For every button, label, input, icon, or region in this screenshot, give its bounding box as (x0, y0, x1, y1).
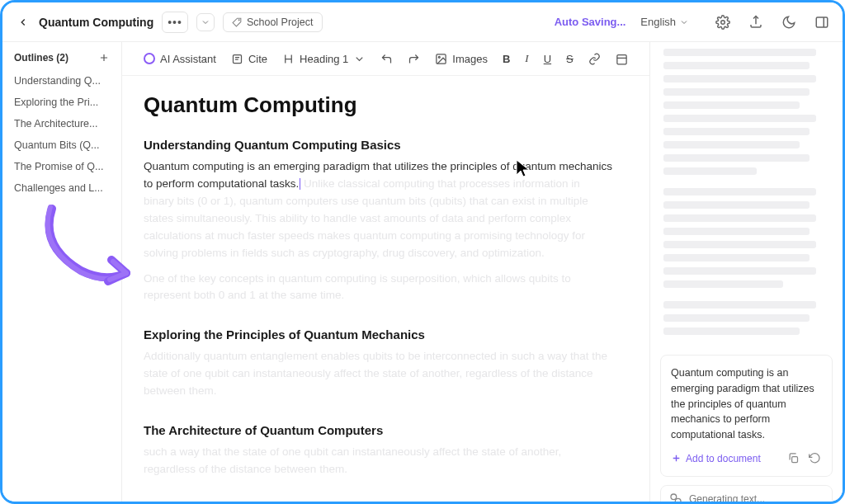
ai-suggestion-text: Quantum computing is an emerging paradig… (671, 365, 822, 443)
heading-selector[interactable]: Heading 1 (282, 53, 366, 65)
tag-icon (232, 16, 243, 27)
ai-suggestion-card: Quantum computing is an emerging paradig… (660, 355, 833, 477)
cite-label: Cite (248, 53, 267, 65)
doc-dropdown-button[interactable] (196, 13, 215, 31)
ghost-suggestion: such a way that the state of one qubit c… (144, 444, 613, 478)
back-icon[interactable] (16, 15, 31, 30)
add-to-document-button[interactable]: Add to document (671, 451, 761, 466)
link-icon (588, 53, 601, 65)
link-button[interactable] (588, 53, 601, 65)
language-label: English (640, 16, 676, 28)
chevron-down-icon (679, 17, 689, 27)
image-icon (435, 53, 447, 65)
panel-icon[interactable] (814, 15, 829, 30)
chevron-down-icon (353, 53, 366, 65)
copy-button[interactable] (787, 452, 800, 465)
svg-point-21 (675, 498, 681, 502)
share-icon[interactable] (748, 15, 763, 30)
add-to-document-label: Add to document (686, 451, 761, 466)
redo-button[interactable] (408, 53, 420, 65)
svg-rect-15 (617, 54, 626, 64)
page-title: Quantum Computing (144, 92, 613, 118)
ghost-suggestion: One of the key concepts in quantum compu… (144, 271, 613, 305)
add-outline-button[interactable] (98, 52, 110, 64)
ellipsis-icon: ••• (168, 16, 182, 29)
moon-icon[interactable] (781, 15, 796, 30)
doc-menu-button[interactable]: ••• (162, 12, 188, 33)
ai-assistant-label: AI Assistant (160, 53, 216, 65)
section-heading[interactable]: Exploring the Principles of Quantum Mech… (144, 327, 613, 341)
plus-icon (671, 453, 682, 464)
generating-label: Generating text... (689, 493, 765, 502)
calendar-button[interactable] (616, 53, 628, 65)
language-selector[interactable]: English (640, 16, 689, 28)
svg-rect-3 (816, 17, 828, 27)
strikethrough-button[interactable]: S (566, 53, 574, 65)
svg-point-20 (671, 494, 677, 500)
outline-item[interactable]: The Architecture... (9, 113, 115, 134)
cite-button[interactable]: Cite (231, 53, 267, 65)
auto-saving-status: Auto Saving... (555, 16, 626, 28)
document-title: Quantum Computing (39, 16, 153, 29)
section-heading[interactable]: Understanding Quantum Computing Basics (144, 138, 613, 152)
underline-button[interactable]: U (544, 53, 551, 65)
images-button[interactable]: Images (435, 53, 488, 65)
ai-circle-icon (144, 53, 155, 64)
outline-item[interactable]: Quantum Bits (Q... (9, 134, 115, 156)
outline-item[interactable]: Exploring the Pri... (9, 92, 115, 113)
editor-canvas[interactable]: Quantum Computing Understanding Quantum … (122, 76, 649, 502)
undo-icon (380, 53, 393, 65)
calendar-icon (616, 53, 628, 65)
copy-icon (787, 452, 800, 464)
cite-icon (231, 53, 243, 65)
section-heading[interactable]: The Architecture of Quantum Computers (144, 423, 613, 437)
italic-button[interactable]: I (525, 52, 528, 65)
svg-point-0 (238, 20, 239, 21)
outline-item[interactable]: Challenges and L... (9, 177, 115, 199)
outline-item[interactable]: The Promise of Q... (9, 156, 115, 177)
generating-status: Generating text... (660, 485, 833, 502)
svg-rect-19 (792, 456, 798, 462)
section-body[interactable]: Quantum computing is an emerging paradig… (144, 158, 613, 262)
undo-button[interactable] (380, 53, 393, 65)
outline-item[interactable]: Understanding Q... (9, 70, 115, 92)
project-tag-chip[interactable]: School Project (223, 12, 323, 32)
gear-icon[interactable] (715, 15, 730, 30)
heading-icon (282, 53, 295, 65)
images-label: Images (452, 53, 488, 65)
heading-label: Heading 1 (300, 53, 348, 65)
generating-icon (669, 492, 682, 502)
ai-assistant-button[interactable]: AI Assistant (144, 53, 216, 65)
project-tag-label: School Project (247, 16, 314, 28)
sidebar-title: Outlines (2) (14, 52, 68, 64)
refresh-icon (809, 452, 821, 464)
svg-point-14 (439, 56, 441, 58)
redo-icon (408, 53, 420, 65)
refresh-button[interactable] (809, 452, 822, 465)
bold-button[interactable]: B (503, 53, 510, 65)
svg-point-1 (721, 20, 725, 24)
ghost-suggestion: Additionally quantum entanglement enable… (144, 348, 613, 400)
